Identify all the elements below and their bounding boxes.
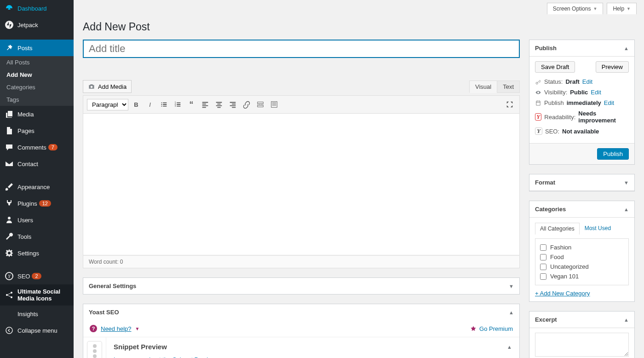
bullet-list-button[interactable] bbox=[158, 98, 170, 110]
align-center-button[interactable] bbox=[213, 98, 225, 110]
pin-icon bbox=[5, 43, 14, 52]
quote-button[interactable]: “ bbox=[185, 98, 197, 110]
align-right-button[interactable] bbox=[227, 98, 239, 110]
category-checkbox[interactable] bbox=[540, 273, 546, 280]
read-more-button[interactable] bbox=[254, 98, 266, 110]
edit-schedule-link[interactable]: Edit bbox=[604, 99, 614, 106]
svg-text:3: 3 bbox=[175, 105, 176, 107]
yoast-seo-icon: Y bbox=[535, 127, 542, 135]
svg-rect-16 bbox=[271, 102, 277, 108]
editor-content-area[interactable] bbox=[83, 114, 520, 255]
caret-down-icon: ▼ bbox=[627, 6, 631, 11]
general-settings-toggle[interactable]: General Settings ▼ bbox=[83, 278, 519, 294]
chevron-down-icon: ▼ bbox=[624, 180, 629, 185]
snippet-description: Learn more about the Snippet Preview. bbox=[114, 356, 512, 358]
categories-box: Categories▲ All Categories Most Used Fas… bbox=[529, 201, 635, 302]
go-premium-link[interactable]: Go Premium bbox=[479, 325, 513, 332]
chevron-up-icon[interactable]: ▲ bbox=[507, 344, 512, 350]
category-item[interactable]: Food bbox=[540, 252, 624, 262]
category-checkbox[interactable] bbox=[540, 264, 546, 270]
italic-button[interactable]: I bbox=[144, 98, 156, 110]
category-item[interactable]: Uncategorized bbox=[540, 262, 624, 271]
format-box-toggle[interactable]: Format▼ bbox=[529, 174, 634, 191]
camera-icon bbox=[88, 83, 95, 90]
edit-visibility-link[interactable]: Edit bbox=[591, 89, 601, 96]
page-title: Add New Post bbox=[83, 21, 635, 33]
help-icon: ? bbox=[90, 325, 97, 332]
excerpt-textarea[interactable] bbox=[535, 333, 629, 357]
format-box: Format▼ bbox=[529, 174, 635, 191]
chevron-up-icon: ▲ bbox=[624, 46, 629, 51]
caret-down-icon: ▼ bbox=[593, 6, 597, 11]
fullscreen-button[interactable] bbox=[504, 98, 516, 110]
editor-toolbar: Paragraph B I 123 “ bbox=[83, 95, 520, 114]
save-draft-button[interactable]: Save Draft bbox=[535, 61, 575, 73]
publish-button[interactable]: Publish bbox=[597, 148, 629, 160]
sidebar-item-posts[interactable]: Posts bbox=[0, 40, 74, 56]
yoast-tab-readability[interactable] bbox=[87, 341, 102, 358]
category-checkbox[interactable] bbox=[540, 244, 546, 251]
categories-box-toggle[interactable]: Categories▲ bbox=[529, 201, 634, 218]
add-new-category-link[interactable]: + Add New Category bbox=[535, 290, 629, 297]
chevron-down-icon: ▼ bbox=[135, 326, 140, 331]
categories-tab-most-used[interactable]: Most Used bbox=[580, 222, 616, 234]
general-settings-title: General Settings bbox=[89, 283, 136, 289]
numbered-list-button[interactable]: 123 bbox=[172, 98, 184, 110]
yoast-seo-title: Yoast SEO bbox=[89, 309, 119, 316]
editor-tab-visual[interactable]: Visual bbox=[469, 81, 497, 93]
category-item[interactable]: Vegan 101 bbox=[540, 271, 624, 281]
eye-icon bbox=[535, 89, 541, 96]
format-select[interactable]: Paragraph bbox=[87, 99, 128, 110]
add-media-button[interactable]: Add Media bbox=[83, 80, 132, 93]
screen-options-tab[interactable]: Screen Options▼ bbox=[547, 3, 604, 14]
chevron-up-icon: ▲ bbox=[624, 207, 629, 212]
sidebar-item-collapse[interactable]: Collapse menu bbox=[0, 322, 74, 339]
need-help-link[interactable]: Need help? bbox=[101, 325, 132, 332]
publish-box: Publish▲ Save Draft Preview Status: Draf… bbox=[529, 40, 635, 165]
excerpt-box: Excerpt▲ Excerpts are optional hand-craf… bbox=[529, 311, 635, 358]
snippet-preview-title: Snippet Preview bbox=[114, 343, 167, 351]
chevron-down-icon: ▼ bbox=[509, 283, 514, 289]
chevron-up-icon: ▲ bbox=[509, 310, 514, 315]
edit-status-link[interactable]: Edit bbox=[582, 78, 592, 85]
post-title-input[interactable] bbox=[83, 40, 520, 58]
help-tab[interactable]: Help▼ bbox=[607, 3, 637, 14]
link-button[interactable] bbox=[241, 98, 253, 110]
star-icon bbox=[470, 325, 477, 332]
yoast-seo-toggle[interactable]: Yoast SEO ▲ bbox=[83, 304, 519, 320]
bold-button[interactable]: B bbox=[130, 98, 142, 110]
seo-badge: 2 bbox=[32, 273, 41, 279]
editor-tab-text[interactable]: Text bbox=[497, 81, 520, 93]
yoast-readability-icon: Y bbox=[535, 113, 541, 121]
preview-button[interactable]: Preview bbox=[596, 61, 629, 73]
category-checkbox[interactable] bbox=[540, 254, 546, 260]
align-left-button[interactable] bbox=[199, 98, 211, 110]
snippet-learn-more-link[interactable]: Learn more about the Snippet Preview. bbox=[114, 356, 217, 358]
toolbar-toggle-button[interactable] bbox=[268, 98, 280, 110]
excerpt-box-toggle[interactable]: Excerpt▲ bbox=[529, 312, 634, 328]
admin-sidebar: Dashboard Jetpack Posts All Posts Add Ne… bbox=[0, 0, 74, 358]
chevron-up-icon: ▲ bbox=[624, 317, 629, 323]
key-icon bbox=[535, 79, 541, 85]
collapse-icon bbox=[5, 326, 14, 335]
publish-box-toggle[interactable]: Publish▲ bbox=[529, 40, 634, 57]
comments-badge: 7 bbox=[48, 144, 58, 150]
category-item[interactable]: Fashion bbox=[540, 243, 624, 252]
categories-tab-all[interactable]: All Categories bbox=[535, 223, 580, 235]
calendar-icon bbox=[535, 100, 541, 106]
plugins-badge: 12 bbox=[39, 200, 51, 207]
word-count: Word count: 0 bbox=[83, 255, 520, 268]
